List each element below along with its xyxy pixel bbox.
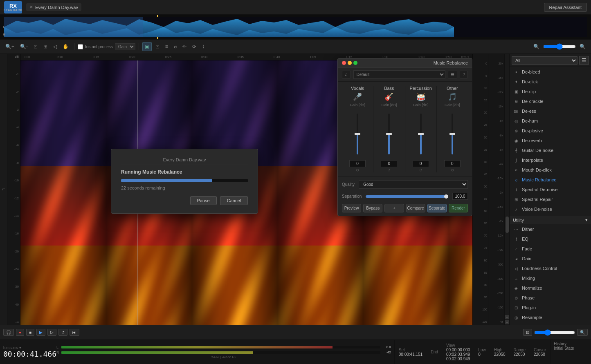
sidebar-item[interactable]: ⫠ Mixing	[510, 273, 591, 283]
play-button[interactable]: ▷	[47, 329, 56, 336]
sidebar-item[interactable]: ▣ De-clip	[510, 87, 591, 96]
sidebar-item[interactable]: ⊞ Spectral Repair	[510, 194, 591, 204]
db-val: -14	[7, 214, 20, 218]
scroll-left-button[interactable]: ◁	[51, 42, 59, 51]
percussion-reset-button[interactable]: ↺	[419, 168, 422, 172]
bass-value[interactable]: 0	[381, 160, 397, 167]
waveform-overview[interactable]: // Generate waveform via SVG rects - don…	[0, 15, 591, 39]
heal-tool[interactable]: ⟳	[190, 42, 198, 51]
sidebar-item[interactable]: ◂ Gain	[510, 254, 591, 264]
percussion-channel: Percussion 🥁 Gain [dB] 0 ↺	[405, 86, 437, 172]
sidebar-item[interactable]: 𝄞 Guitar De-noise	[510, 145, 591, 155]
mr-icon-button[interactable]: ♫	[342, 71, 351, 78]
other-reset-button[interactable]: ↺	[451, 168, 454, 172]
play-selection-button[interactable]: ▶	[36, 329, 45, 336]
separate-button[interactable]: Separate	[427, 204, 447, 212]
spectrogram-view[interactable]: 0:00 0:10 0:15 0:20 0:25 0:30 0:35 0:40 …	[20, 54, 472, 325]
sidebar-item[interactable]: ⌇ EQ	[510, 234, 591, 244]
bass-fader[interactable]	[388, 109, 390, 159]
zoom-full-button[interactable]: ⊞	[41, 42, 49, 51]
sidebar-item[interactable]: ⟋ Fade	[510, 244, 591, 254]
sidebar-item[interactable]: ◈ Normalize	[510, 283, 591, 293]
zoom-reset[interactable]: 🔍	[578, 42, 588, 51]
horizontal-zoom-slider[interactable]	[534, 329, 575, 336]
sidebar-item[interactable]: ⊙ Signal Generator	[510, 322, 591, 325]
separation-value[interactable]: 100.0	[452, 193, 468, 200]
sidebar-item[interactable]: ≈ Mouth De-click	[510, 165, 591, 175]
vocals-reset-button[interactable]: ↺	[356, 168, 359, 172]
time-format-label[interactable]: h:m:s.ms ▾	[3, 346, 49, 350]
utility-dropdown[interactable]: Utility ▾	[510, 216, 591, 224]
sidebar-menu-button[interactable]: ☰	[579, 56, 589, 65]
zoom-slider[interactable]	[543, 43, 576, 50]
record-button[interactable]: ●	[16, 329, 24, 336]
sidebar-item[interactable]: ◎ Resample	[510, 313, 591, 322]
db-val: -30	[7, 285, 20, 288]
stop-button[interactable]: ■	[26, 329, 34, 336]
quality-select[interactable]: Good Better Best	[359, 180, 468, 189]
vocals-fader[interactable]	[357, 109, 358, 159]
headphones-button[interactable]: 🎧	[3, 329, 14, 336]
sidebar-item[interactable]: ⋯ Dither	[510, 224, 591, 234]
close-tab-icon[interactable]: ✕	[29, 4, 33, 10]
sidebar-item[interactable]: ≋ De-crackle	[510, 96, 591, 106]
close-window-button[interactable]	[342, 61, 346, 65]
render-button[interactable]: Render	[449, 204, 468, 212]
preview-button[interactable]: Preview	[342, 204, 361, 212]
bass-reset-button[interactable]: ↺	[387, 168, 391, 172]
sidebar-item[interactable]: ⊡ Plug-in	[510, 303, 591, 313]
lasso-tool[interactable]: ⌀	[172, 42, 179, 51]
sidebar-item[interactable]: ◉ De-reverb	[510, 136, 591, 145]
hand-tool-button[interactable]: ✋	[61, 42, 71, 51]
mr-help-button[interactable]: ?	[460, 71, 468, 78]
separation-slider[interactable]	[366, 195, 448, 198]
mr-menu-button[interactable]: ☰	[448, 71, 457, 78]
zoom-out-vert-button[interactable]: -	[505, 320, 509, 324]
sidebar-filter-select[interactable]: All Repair Utility	[512, 56, 578, 65]
vocals-value[interactable]: 0	[349, 160, 366, 167]
zoom-in-horiz-button[interactable]: 🔍	[577, 329, 588, 336]
pencil-tool[interactable]: ✏	[180, 42, 189, 51]
loop-button[interactable]: ↺	[58, 329, 67, 336]
vertical-scrollbar[interactable]: + -	[504, 54, 509, 325]
sidebar-item-music-rebalance[interactable]: ♫ Music Rebalance	[510, 175, 591, 185]
sidebar-item[interactable]: ♪ Voice De-noise	[510, 204, 591, 214]
sidebar-item[interactable]: ∫ Interpolate	[510, 155, 591, 165]
instant-process-checkbox[interactable]	[78, 44, 83, 49]
sidebar-item[interactable]: ◎ De-hum	[510, 116, 591, 126]
time-select-tool[interactable]: ⊡	[153, 42, 162, 51]
select-tool[interactable]: ▣	[142, 42, 152, 51]
zoom-out-button[interactable]: 🔍-	[18, 42, 30, 51]
zoom-fit-horiz-button[interactable]: ⊡	[523, 329, 532, 336]
percussion-fader[interactable]	[420, 109, 422, 159]
skip-end-button[interactable]: ⏭	[70, 329, 79, 336]
brush-tool[interactable]: ⌇	[200, 42, 207, 51]
scroll-thumb[interactable]	[506, 217, 509, 233]
sidebar-item[interactable]: ✦ De-click	[510, 77, 591, 87]
pause-button[interactable]: Pause	[190, 196, 217, 205]
minimize-window-button[interactable]	[348, 61, 352, 65]
sidebar-item[interactable]: ⊗ De-plosive	[510, 126, 591, 136]
cancel-button[interactable]: Cancel	[220, 196, 248, 205]
bypass-button[interactable]: Bypass	[363, 204, 382, 212]
zoom-in-vert-button[interactable]: +	[505, 315, 509, 319]
zoom-in-button[interactable]: 🔍+	[3, 42, 16, 51]
other-fader[interactable]	[452, 109, 453, 159]
percussion-value[interactable]: 0	[413, 160, 429, 167]
file-tab[interactable]: ✕ Every Damn Day.wav	[26, 3, 81, 11]
mr-preset-select[interactable]: Default	[353, 70, 446, 79]
sidebar-item[interactable]: ◁ Loudness Control	[510, 264, 591, 273]
compare-button[interactable]: Compare	[406, 204, 425, 212]
sidebar-item[interactable]: ⚬ De-bleed	[510, 67, 591, 77]
repair-assistant-button[interactable]: Repair Assistant	[544, 3, 587, 12]
instant-process-select[interactable]: Gain	[115, 43, 135, 50]
zoom-control[interactable]: 🔍	[531, 42, 542, 51]
sidebar-item[interactable]: ⊘ Phase	[510, 293, 591, 303]
other-value[interactable]: 0	[444, 160, 461, 167]
maximize-window-button[interactable]	[353, 61, 357, 65]
freq-select-tool[interactable]: ≡	[163, 42, 170, 51]
add-button[interactable]: +	[384, 204, 404, 212]
sidebar-item[interactable]: sα De-ess	[510, 106, 591, 116]
zoom-fit-button[interactable]: ⊡	[31, 42, 40, 51]
sidebar-item[interactable]: ⌇ Spectral De-noise	[510, 185, 591, 194]
